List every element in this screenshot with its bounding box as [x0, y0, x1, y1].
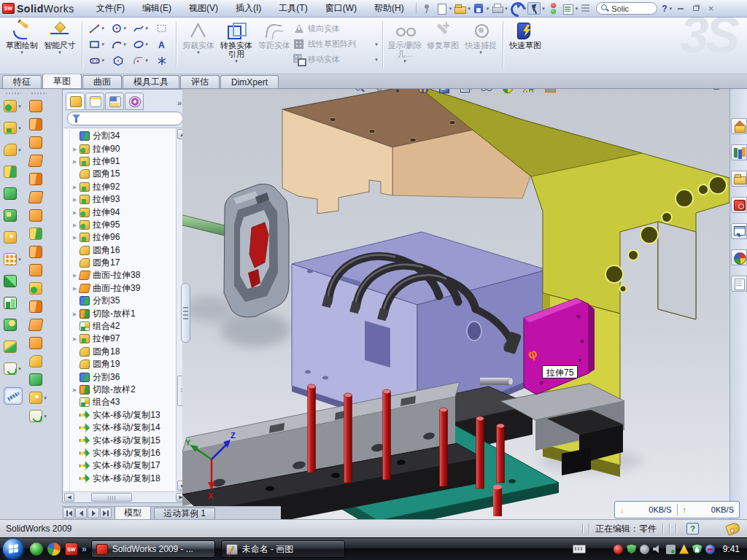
network-speed-widget[interactable]: ↓ 0KB/S ↑ 0KB/S — [614, 501, 740, 518]
quick-launch-media-icon[interactable] — [47, 542, 61, 556]
update-tray-icon[interactable] — [640, 545, 649, 554]
knit-surface-icon[interactable]: ▾ — [29, 355, 48, 368]
tree-filter-input[interactable] — [67, 112, 183, 125]
repair-sketch-button[interactable]: 修复草图 ▾ — [424, 20, 462, 56]
quick-launch-chevron[interactable]: » — [82, 544, 87, 554]
tree-item[interactable]: ▶ 圆角15 — [73, 168, 176, 180]
scrollbar-thumb[interactable] — [91, 493, 132, 502]
tab-dimxpert[interactable]: DimXpert — [220, 75, 279, 88]
tree-item[interactable]: ▶ 曲面-拉伸38 — [73, 269, 176, 281]
slot-tool-button[interactable]: ▾ — [85, 52, 107, 69]
expander-icon[interactable]: ▶ — [73, 184, 80, 190]
tree-item[interactable]: ▶ 拉伸93 — [73, 193, 176, 206]
expander-icon[interactable]: ▶ — [73, 222, 80, 228]
smart-dimension-button[interactable]: 智能尺寸 ▾ — [41, 20, 79, 56]
open-document-button[interactable] — [453, 2, 466, 15]
quick-snaps-button[interactable]: 快速捕捉 ▾ — [462, 20, 500, 56]
undo-button[interactable] — [509, 2, 522, 15]
select-tool-button[interactable] — [527, 2, 541, 15]
expander-icon[interactable]: ▶ — [73, 311, 80, 316]
menu-item[interactable]: 视图(V) — [180, 0, 227, 17]
options-list-button[interactable] — [561, 2, 574, 15]
tree-item[interactable]: ▶ 组合42 — [73, 320, 176, 332]
last-tab-button[interactable] — [100, 508, 112, 518]
offset-entities-button[interactable]: 等距实体 ▾ — [255, 20, 293, 56]
model-tab[interactable]: 模型 — [115, 507, 151, 520]
app-minimize-button[interactable] — [673, 3, 687, 14]
extruded-surface-icon[interactable]: ▾ — [29, 100, 48, 112]
menu-item[interactable]: 窗口(W) — [317, 0, 365, 17]
mirror-feature-icon[interactable]: ▾ — [4, 275, 23, 287]
point-tool-button[interactable] — [151, 52, 173, 69]
quick-launch-messenger-icon[interactable] — [30, 542, 43, 556]
tree-item[interactable]: ▶ 曲面-拉伸39 — [73, 282, 176, 295]
tab-features[interactable]: 特征 — [2, 75, 42, 88]
volume-tray-icon[interactable] — [653, 545, 662, 554]
first-tab-button[interactable] — [63, 508, 74, 518]
rib-icon[interactable]: ▾ — [4, 297, 23, 309]
expander-icon[interactable]: ▶ — [73, 387, 80, 392]
expander-icon[interactable]: ▶ — [73, 336, 80, 341]
view-palette-icon[interactable] — [731, 223, 747, 239]
expander-icon[interactable]: ▶ — [73, 235, 80, 240]
propertymanager-tab[interactable] — [85, 93, 104, 110]
graphics-viewport[interactable]: Y Z X ▾ ▾ — [182, 89, 729, 519]
draft-icon[interactable]: ▾ — [4, 209, 23, 222]
menu-item[interactable]: 文件(F) — [88, 0, 133, 17]
offset-surface-icon[interactable]: ▾ — [29, 228, 48, 240]
tree-item[interactable]: ▶ 圆角18 — [73, 346, 176, 358]
menu-item[interactable]: 编辑(E) — [133, 0, 180, 17]
save-button[interactable] — [472, 2, 485, 15]
extend-surface-icon[interactable]: ▾ — [29, 300, 48, 313]
tree-item[interactable]: ▶ 实体-移动/复制18 — [73, 472, 176, 485]
split-feature-icon[interactable]: ▾ — [4, 341, 23, 353]
ellipse-tool-button[interactable]: ▾ — [129, 36, 151, 52]
exploded-mold-assembly[interactable]: Y Z X — [182, 89, 729, 519]
tree-item[interactable]: ▶ 分割36 — [73, 370, 176, 383]
wrap-icon[interactable]: ▾ — [4, 231, 23, 244]
linear-pattern-icon[interactable]: ▾ — [4, 253, 23, 265]
start-button[interactable] — [3, 539, 23, 559]
revolved-surface-icon[interactable]: ▾ — [29, 118, 48, 131]
configurationmanager-tab[interactable] — [105, 93, 124, 110]
tree-item[interactable]: ▶ 圆角17 — [73, 257, 176, 269]
planar-surface-icon[interactable]: ▾ — [29, 209, 48, 222]
appearances-scenes-icon[interactable] — [731, 249, 747, 265]
ruled-surface-icon[interactable]: ▾ — [29, 246, 48, 258]
nozzle-clamp-section[interactable] — [224, 184, 289, 317]
tag-icon[interactable] — [725, 521, 741, 535]
polygon-tool-button[interactable] — [107, 52, 129, 69]
tree-item[interactable]: ▶ 实体-移动/复制15 — [73, 434, 176, 446]
taskbar-clock[interactable]: 9:41 — [723, 544, 740, 554]
trim-surface-icon[interactable]: ▾ — [29, 319, 48, 331]
antivirus-tray-icon[interactable] — [614, 545, 623, 554]
solidworks-search-icon[interactable] — [731, 197, 747, 213]
extruded-boss-icon[interactable]: ▾ — [4, 100, 23, 112]
expander-icon[interactable]: ▶ — [73, 147, 80, 152]
swept-surface-icon[interactable]: ▾ — [29, 136, 48, 149]
taskbar-solidworks-button[interactable]: SolidWorks 2009 - ... — [91, 540, 215, 558]
motion-study-tab[interactable]: 运动算例 1 — [154, 508, 215, 520]
mirror-entities-button[interactable]: 镜向实体 ▾ — [293, 21, 379, 36]
print-button[interactable] — [490, 2, 503, 15]
help-button[interactable]: ? — [660, 4, 668, 14]
flex-icon[interactable]: ▾ — [4, 362, 23, 375]
tree-item[interactable]: ▶ 实体-移动/复制16 — [73, 447, 176, 459]
design-library-icon[interactable] — [731, 144, 747, 160]
selection-box-tool-button[interactable] — [151, 20, 173, 36]
tree-item[interactable]: ▶ 拉伸92 — [73, 181, 176, 193]
circle-tool-button[interactable]: ▾ — [107, 20, 129, 36]
status-help-icon[interactable]: ? — [686, 523, 699, 534]
quick-launch-solidworks-icon[interactable]: SW — [65, 542, 78, 556]
display-delete-relations-button[interactable]: 显示/删除几... ▾ — [386, 20, 424, 65]
tree-item[interactable]: ▶ 拉伸90 — [73, 142, 176, 155]
toolbar-grip[interactable] — [31, 92, 47, 96]
revolved-boss-icon[interactable]: ▾ — [4, 122, 23, 134]
security-shield-tray-icon[interactable] — [627, 545, 636, 554]
tree-item[interactable]: ▶ 分割35 — [73, 295, 176, 307]
tree-item[interactable]: ▶ 切除-放样1 — [73, 307, 176, 319]
sketch-button[interactable]: 草图绘制 ▾ — [3, 20, 41, 56]
tree-horizontal-scrollbar[interactable]: ◀ ▶ — [63, 491, 187, 502]
fillet-icon[interactable]: ▾ — [4, 144, 23, 156]
thicken-icon[interactable]: ▾ — [29, 373, 48, 386]
